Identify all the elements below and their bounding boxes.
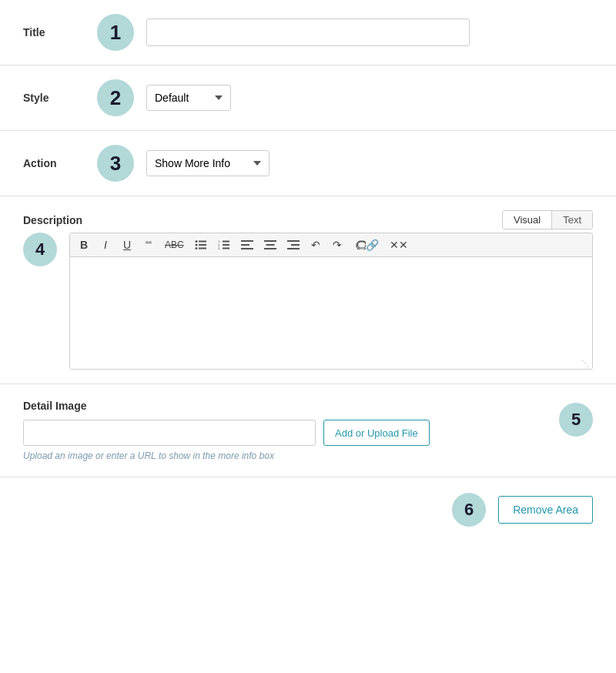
detail-image-inner: Detail Image Add or Upload File Upload a…: [23, 400, 593, 461]
editor-toolbar: B I U ““ ABC 1.2.3.: [70, 233, 592, 257]
editor-resize-handle: ⋱: [70, 357, 592, 369]
detail-image-step: 5: [559, 403, 593, 437]
resize-icon: ⋱: [581, 359, 589, 367]
title-section: Title 1: [0, 0, 616, 65]
svg-rect-13: [241, 244, 249, 246]
remove-area-button[interactable]: Remove Area: [498, 496, 593, 524]
step-circle-1: 1: [97, 14, 134, 51]
toolbar-link[interactable]: 🔗: [350, 236, 383, 253]
svg-rect-17: [264, 248, 276, 249]
action-section: Action 3 Show More Info Open Link Close …: [0, 131, 616, 196]
image-url-input[interactable]: [23, 420, 316, 446]
visual-text-tabs: Visual Text: [502, 210, 593, 229]
svg-point-4: [195, 247, 197, 249]
svg-rect-9: [223, 244, 229, 246]
svg-point-0: [195, 240, 197, 243]
style-section: Style 2 Default Primary Secondary Danger: [0, 65, 616, 131]
svg-rect-3: [199, 244, 206, 246]
svg-rect-20: [287, 248, 300, 249]
toolbar-align-left[interactable]: [237, 238, 257, 252]
toolbar-strikethrough[interactable]: ABC: [161, 237, 188, 253]
toolbar-italic[interactable]: I: [96, 236, 115, 253]
tab-text[interactable]: Text: [552, 211, 592, 229]
detail-image-section: Detail Image Add or Upload File Upload a…: [0, 384, 616, 477]
toolbar-blockquote[interactable]: ““: [139, 237, 158, 253]
action-select[interactable]: Show More Info Open Link Close None: [146, 150, 270, 176]
style-select[interactable]: Default Primary Secondary Danger: [146, 85, 231, 111]
footer-section: 6 Remove Area: [0, 477, 616, 542]
action-label: Action: [23, 157, 85, 169]
description-section: Description Visual Text 4 B I U ““ ABC 1…: [0, 196, 616, 384]
description-label: Description: [23, 214, 502, 226]
title-label: Title: [23, 26, 85, 39]
tab-visual[interactable]: Visual: [503, 211, 552, 229]
step-circle-4: 4: [23, 233, 57, 266]
toolbar-underline[interactable]: U: [118, 236, 136, 253]
toolbar-unordered-list[interactable]: [191, 237, 211, 253]
svg-rect-5: [199, 248, 206, 249]
svg-text:3.: 3.: [218, 246, 220, 250]
svg-rect-18: [287, 240, 300, 242]
toolbar-align-center[interactable]: [260, 238, 280, 252]
upload-file-button[interactable]: Add or Upload File: [323, 420, 430, 446]
toolbar-undo[interactable]: ↶: [306, 236, 325, 253]
svg-point-2: [195, 244, 197, 246]
step-circle-3: 3: [97, 145, 134, 182]
svg-rect-14: [241, 248, 253, 249]
svg-rect-11: [223, 248, 229, 249]
svg-rect-16: [266, 244, 274, 246]
description-body: 4 B I U ““ ABC 1.2.3.: [23, 233, 593, 370]
svg-rect-15: [264, 240, 276, 242]
svg-rect-1: [199, 241, 206, 243]
svg-rect-7: [223, 241, 229, 243]
toolbar-align-right[interactable]: [283, 238, 303, 252]
description-header: Description Visual Text: [23, 210, 593, 229]
toolbar-ordered-list[interactable]: 1.2.3.: [214, 237, 234, 253]
toolbar-redo[interactable]: ↷: [328, 236, 346, 253]
step-circle-5: 5: [559, 403, 593, 437]
svg-rect-12: [241, 240, 253, 242]
editor-content[interactable]: [70, 257, 592, 357]
toolbar-bold[interactable]: B: [75, 236, 93, 253]
editor-wrapper: B I U ““ ABC 1.2.3.: [69, 233, 593, 370]
detail-image-label: Detail Image: [23, 400, 547, 412]
detail-image-row: Add or Upload File: [23, 420, 547, 446]
image-hint: Upload an image or enter a URL to show i…: [23, 450, 547, 461]
style-label: Style: [23, 92, 85, 104]
svg-rect-19: [291, 244, 300, 246]
step-circle-2: 2: [97, 79, 134, 116]
toolbar-fullscreen[interactable]: ✕✕: [386, 236, 412, 253]
title-input[interactable]: [146, 18, 470, 46]
step-circle-6: 6: [452, 493, 486, 527]
detail-image-left: Detail Image Add or Upload File Upload a…: [23, 400, 547, 461]
